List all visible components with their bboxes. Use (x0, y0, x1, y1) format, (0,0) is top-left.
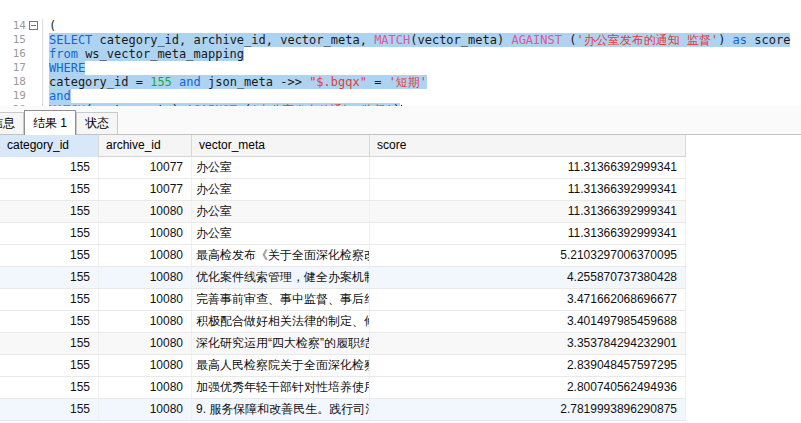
code-line: 17WHERE (0, 61, 801, 75)
table-row: 15510077办公室11.31366392999341 (0, 157, 685, 179)
token-plain: json_meta ->> (201, 75, 309, 89)
column-header-vector_meta[interactable]: vector_meta (192, 135, 370, 157)
cell-category_id[interactable]: 155 (0, 157, 99, 178)
cell-vector_meta[interactable]: 办公室 (192, 179, 370, 200)
fold-margin (26, 19, 42, 33)
table-row: 15510080积极配合做好相关法律的制定、修3.401497985459688 (0, 311, 685, 333)
tab-result-1[interactable]: 结果 1 (24, 110, 76, 135)
cell-score[interactable]: 3.471662068696677 (370, 289, 686, 310)
column-header-category_id[interactable]: category_id (0, 135, 99, 157)
tab-info[interactable]: 信息 (0, 112, 24, 134)
cell-category_id[interactable]: 155 (0, 245, 99, 266)
line-number: 17 (0, 61, 26, 75)
cell-score[interactable]: 11.31366392999341 (370, 201, 686, 222)
token-plain (172, 75, 179, 89)
table-row: 15510080优化案件线索管理，健全办案机制4.255870737380428 (0, 267, 685, 289)
token-plain: = (367, 75, 389, 89)
column-header-score[interactable]: score (370, 135, 686, 157)
table-row: 15510080最高检发布《关于全面深化检察改5.210329700637009… (0, 245, 685, 267)
tab-status[interactable]: 状态 (76, 112, 118, 134)
table-row: 15510080完善事前审查、事中监督、事后纠3.471662068696677 (0, 289, 685, 311)
token-string: '办公室发布的通知 监督' (576, 33, 718, 47)
cell-score[interactable]: 11.31366392999341 (370, 179, 686, 200)
column-header-archive_id[interactable]: archive_id (99, 135, 192, 157)
cell-score[interactable]: 3.401497985459688 (370, 311, 686, 332)
cell-archive_id[interactable]: 10080 (99, 245, 192, 266)
cell-vector_meta[interactable]: 办公室 (192, 201, 370, 222)
cell-category_id[interactable]: 155 (0, 267, 99, 288)
cell-archive_id[interactable]: 10080 (99, 267, 192, 288)
cell-category_id[interactable]: 155 (0, 333, 99, 354)
code-content: ( (49, 19, 56, 33)
table-row: 15510080深化研究运用“四大检察”的履职结3.35378429423290… (0, 333, 685, 355)
cell-archive_id[interactable]: 10080 (99, 201, 192, 222)
cell-category_id[interactable]: 155 (0, 201, 99, 222)
cell-score[interactable]: 5.2103297006370095 (370, 245, 686, 266)
cell-category_id[interactable]: 155 (0, 399, 99, 420)
line-number: 19 (0, 89, 26, 103)
cell-archive_id[interactable]: 10080 (99, 333, 192, 354)
fold-marker-icon[interactable] (29, 21, 38, 30)
cell-vector_meta[interactable]: 完善事前审查、事中监督、事后纠 (192, 289, 370, 310)
line-number: 16 (0, 47, 26, 61)
cell-archive_id[interactable]: 10080 (99, 223, 192, 244)
cell-vector_meta[interactable]: 最高人民检察院关于全面深化检察 (192, 355, 370, 376)
code-content: category_id = 155 and json_meta ->> "$.b… (49, 75, 427, 89)
code-line: 18category_id = 155 and json_meta ->> "$… (0, 75, 801, 89)
cell-score[interactable]: 2.800740562494936 (370, 377, 686, 398)
token-plain: (vector_meta) (410, 33, 511, 47)
code-text: category_id = 155 and json_meta ->> "$.b… (42, 75, 427, 89)
cell-vector_meta[interactable]: 办公室 (192, 157, 370, 178)
cell-vector_meta[interactable]: 加强优秀年轻干部针对性培养使用 (192, 377, 370, 398)
cell-score[interactable]: 2.7819993896290875 (370, 399, 686, 420)
result-tab-bar: 信息结果 1状态 (0, 106, 801, 135)
token-function: AGAINST (511, 33, 562, 47)
cell-vector_meta[interactable]: 9. 服务保障和改善民生。践行司法 (192, 399, 370, 420)
token-string: "$.bgqx" (309, 75, 367, 89)
line-number: 18 (0, 75, 26, 89)
cell-vector_meta[interactable]: 积极配合做好相关法律的制定、修 (192, 311, 370, 332)
code-text: WHERE (42, 61, 85, 75)
token-function: AGAINST (186, 103, 237, 106)
cell-category_id[interactable]: 155 (0, 223, 99, 244)
token-plain: ) (393, 103, 400, 106)
token-number: 155 (150, 75, 172, 89)
cell-archive_id[interactable]: 10077 (99, 179, 192, 200)
token-keyword: as (733, 33, 747, 47)
sql-editor[interactable]: 14(15SELECT category_id, archive_id, vec… (0, 0, 801, 106)
cell-archive_id[interactable]: 10080 (99, 289, 192, 310)
cell-category_id[interactable]: 155 (0, 179, 99, 200)
cell-archive_id[interactable]: 10080 (99, 399, 192, 420)
code-content: and (49, 89, 71, 103)
cell-vector_meta[interactable]: 办公室 (192, 223, 370, 244)
token-keyword: WHERE (49, 61, 85, 75)
cell-category_id[interactable]: 155 (0, 355, 99, 376)
code-content: from ws_vector_meta_mapping (49, 47, 244, 61)
cell-vector_meta[interactable]: 最高检发布《关于全面深化检察改 (192, 245, 370, 266)
cell-category_id[interactable]: 155 (0, 311, 99, 332)
fold-margin (26, 61, 42, 75)
code-text: SELECT category_id, archive_id, vector_m… (42, 33, 790, 47)
cell-archive_id[interactable]: 10077 (99, 157, 192, 178)
code-text: ( (42, 19, 56, 33)
results-grid: category_idarchive_idvector_metascore 15… (0, 135, 686, 421)
cell-archive_id[interactable]: 10080 (99, 355, 192, 376)
table-row: 155100809. 服务保障和改善民生。践行司法2.7819993896290… (0, 399, 685, 421)
token-plain: ( (237, 103, 251, 106)
cell-category_id[interactable]: 155 (0, 289, 99, 310)
cell-archive_id[interactable]: 10080 (99, 311, 192, 332)
cell-archive_id[interactable]: 10080 (99, 377, 192, 398)
cell-score[interactable]: 11.31366392999341 (370, 223, 686, 244)
cell-category_id[interactable]: 155 (0, 377, 99, 398)
table-row: 15510080办公室11.31366392999341 (0, 223, 685, 245)
table-row: 15510080办公室11.31366392999341 (0, 201, 685, 223)
cell-score[interactable]: 4.255870737380428 (370, 267, 686, 288)
code-line: 20MATCH(vector_meta) AGAINST ('办公室发布的通知 … (0, 103, 801, 106)
cell-score[interactable]: 2.839048457597295 (370, 355, 686, 376)
cell-vector_meta[interactable]: 深化研究运用“四大检察”的履职结 (192, 333, 370, 354)
cell-vector_meta[interactable]: 优化案件线索管理，健全办案机制 (192, 267, 370, 288)
cell-score[interactable]: 11.31366392999341 (370, 157, 686, 178)
cell-score[interactable]: 3.353784294232901 (370, 333, 686, 354)
token-function: MATCH (49, 103, 85, 106)
token-plain: score (747, 33, 790, 47)
